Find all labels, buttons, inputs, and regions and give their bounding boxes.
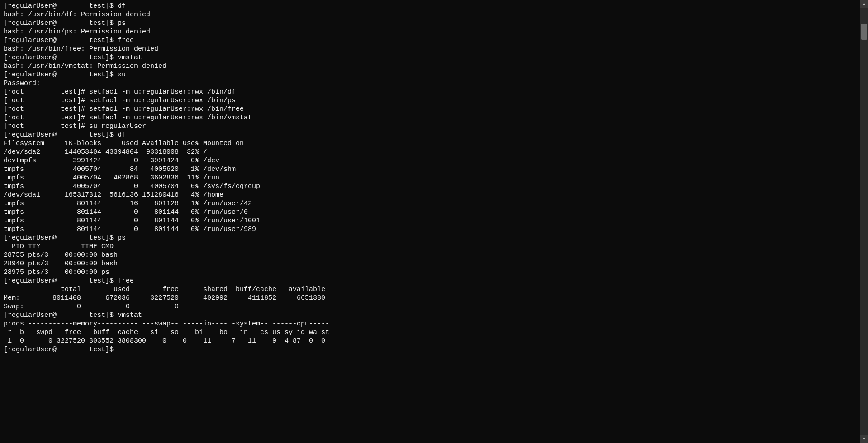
terminal-line: Swap: 0 0 0 xyxy=(4,302,678,311)
terminal-line: total used free shared buff/cache availa… xyxy=(4,285,678,294)
terminal-line: [regularUser@ test]$ df xyxy=(4,2,678,10)
terminal-line: 28975 pts/3 00:00:00 ps xyxy=(4,268,678,277)
terminal-line: [root test]# setfacl -m u:regularUser:rw… xyxy=(4,88,678,96)
terminal-line: [regularUser@ test]$ su xyxy=(4,71,678,79)
terminal-line: [regularUser@ test]$ df xyxy=(4,131,678,139)
scroll-up-button[interactable]: ▴ xyxy=(860,0,868,8)
terminal-line: bash: /usr/bin/ps: Permission denied xyxy=(4,28,678,36)
terminal-line: PID TTY TIME CMD xyxy=(4,242,678,251)
scrollbar-thumb[interactable] xyxy=(861,24,867,40)
terminal-line: [regularUser@ test]$ vmstat xyxy=(4,53,678,62)
terminal-line: tmpfs 801144 16 801128 1% /run/user/42 xyxy=(4,199,678,208)
terminal-line: 28940 pts/3 00:00:00 bash xyxy=(4,259,678,268)
chevron-up-icon: ▴ xyxy=(863,0,865,8)
terminal-line: Mem: 8011408 672036 3227520 402992 41118… xyxy=(4,294,678,302)
terminal-line: 28755 pts/3 00:00:00 bash xyxy=(4,251,678,259)
terminal-line: [regularUser@ test]$ ps xyxy=(4,234,678,242)
scroll-down-button[interactable]: ▾ xyxy=(860,435,868,443)
terminal-line: tmpfs 801144 0 801144 0% /run/user/1001 xyxy=(4,217,678,225)
terminal-line: tmpfs 4005704 0 4005704 0% /sys/fs/cgrou… xyxy=(4,182,678,191)
terminal-line: [regularUser@ test]$ ps xyxy=(4,19,678,28)
terminal-line: [regularUser@ test]$ xyxy=(4,345,678,354)
terminal-line: tmpfs 801144 0 801144 0% /run/user/0 xyxy=(4,208,678,217)
terminal-line: [regularUser@ test]$ free xyxy=(4,36,678,45)
terminal-line: bash: /usr/bin/vmstat: Permission denied xyxy=(4,62,678,71)
terminal-line: [root test]# setfacl -m u:regularUser:rw… xyxy=(4,105,678,113)
scrollbar[interactable]: ▴ ▾ xyxy=(860,0,868,443)
terminal-line: [root test]# su regularUser xyxy=(4,122,678,131)
terminal-line: tmpfs 4005704 84 4005620 1% /dev/shm xyxy=(4,165,678,174)
terminal-line: 1 0 0 3227520 303552 3808300 0 0 11 7 11… xyxy=(4,337,678,345)
terminal-line: devtmpfs 3991424 0 3991424 0% /dev xyxy=(4,156,678,165)
terminal-line: r b swpd free buff cache si so bi bo in … xyxy=(4,328,678,337)
terminal-line: bash: /usr/bin/free: Permission denied xyxy=(4,45,678,53)
terminal-line: [regularUser@ test]$ vmstat xyxy=(4,311,678,320)
terminal-line: [regularUser@ test]$ free xyxy=(4,277,678,285)
terminal-line: Password: xyxy=(4,79,678,88)
terminal-output[interactable]: [regularUser@ test]$ dfbash: /usr/bin/df… xyxy=(0,0,681,443)
terminal-line: bash: /usr/bin/df: Permission denied xyxy=(4,10,678,19)
terminal-line: tmpfs 801144 0 801144 0% /run/user/989 xyxy=(4,225,678,234)
terminal-line: tmpfs 4005704 402868 3602836 11% /run xyxy=(4,174,678,182)
chevron-down-icon: ▾ xyxy=(863,435,865,443)
terminal-line: /dev/sda2 144053404 43394804 93318008 32… xyxy=(4,148,678,156)
terminal-line: Filesystem 1K-blocks Used Available Use%… xyxy=(4,139,678,148)
terminal-line: [root test]# setfacl -m u:regularUser:rw… xyxy=(4,113,678,122)
terminal-line: procs -----------memory---------- ---swa… xyxy=(4,320,678,328)
terminal-line: /dev/sda1 165317312 5616136 151280416 4%… xyxy=(4,191,678,199)
terminal-line: [root test]# setfacl -m u:regularUser:rw… xyxy=(4,96,678,105)
